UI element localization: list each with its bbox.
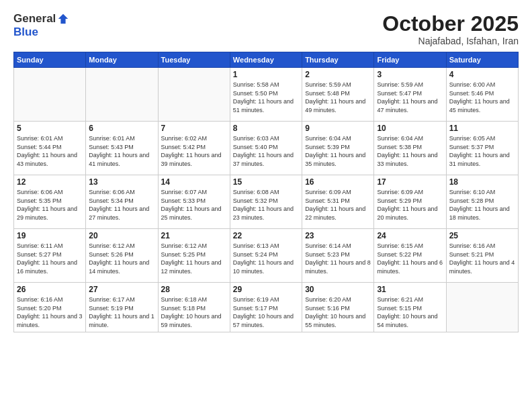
day-info: Sunrise: 6:17 AM Sunset: 5:19 PM Dayligh… bbox=[89, 295, 154, 329]
day-info: Sunrise: 6:04 AM Sunset: 5:38 PM Dayligh… bbox=[377, 134, 443, 168]
day-number: 2 bbox=[305, 70, 371, 79]
day-info: Sunrise: 6:15 AM Sunset: 5:22 PM Dayligh… bbox=[377, 242, 443, 275]
day-number: 24 bbox=[377, 231, 443, 240]
day-info: Sunrise: 6:09 AM Sunset: 5:29 PM Dayligh… bbox=[377, 188, 443, 222]
day-number: 14 bbox=[161, 177, 227, 187]
header-friday: Friday bbox=[374, 52, 446, 68]
day-info: Sunrise: 6:13 AM Sunset: 5:24 PM Dayligh… bbox=[233, 242, 299, 275]
table-row: 20Sunrise: 6:12 AM Sunset: 5:26 PM Dayli… bbox=[86, 229, 158, 283]
table-row: 11Sunrise: 6:05 AM Sunset: 5:37 PM Dayli… bbox=[446, 122, 518, 175]
day-info: Sunrise: 6:02 AM Sunset: 5:42 PM Dayligh… bbox=[161, 134, 227, 168]
table-row: 28Sunrise: 6:18 AM Sunset: 5:18 PM Dayli… bbox=[158, 283, 230, 332]
logo-blue-text: Blue bbox=[13, 26, 38, 39]
header-thursday: Thursday bbox=[302, 52, 374, 68]
day-number: 3 bbox=[377, 70, 443, 79]
table-row: 14Sunrise: 6:07 AM Sunset: 5:33 PM Dayli… bbox=[158, 175, 230, 229]
day-number: 26 bbox=[17, 285, 83, 294]
location-subtitle: Najafabad, Isfahan, Iran bbox=[382, 36, 519, 46]
day-number: 1 bbox=[233, 70, 299, 79]
day-number: 8 bbox=[233, 124, 299, 133]
day-info: Sunrise: 6:00 AM Sunset: 5:46 PM Dayligh… bbox=[449, 81, 515, 114]
table-row: 30Sunrise: 6:20 AM Sunset: 5:16 PM Dayli… bbox=[302, 283, 374, 332]
table-row: 24Sunrise: 6:15 AM Sunset: 5:22 PM Dayli… bbox=[374, 229, 446, 283]
day-number: 18 bbox=[449, 177, 515, 187]
day-info: Sunrise: 6:18 AM Sunset: 5:18 PM Dayligh… bbox=[161, 295, 227, 329]
day-number: 20 bbox=[89, 231, 154, 240]
day-number: 7 bbox=[161, 124, 227, 133]
table-row: 8Sunrise: 6:03 AM Sunset: 5:40 PM Daylig… bbox=[230, 122, 302, 175]
table-row: 25Sunrise: 6:16 AM Sunset: 5:21 PM Dayli… bbox=[446, 229, 518, 283]
day-info: Sunrise: 6:14 AM Sunset: 5:23 PM Dayligh… bbox=[305, 242, 371, 275]
day-info: Sunrise: 6:12 AM Sunset: 5:25 PM Dayligh… bbox=[161, 242, 227, 275]
table-row: 19Sunrise: 6:11 AM Sunset: 5:27 PM Dayli… bbox=[14, 229, 86, 283]
day-number: 31 bbox=[377, 285, 443, 294]
day-number: 11 bbox=[449, 124, 515, 133]
month-title: October 2025 bbox=[382, 12, 519, 36]
day-info: Sunrise: 6:12 AM Sunset: 5:26 PM Dayligh… bbox=[89, 242, 154, 275]
header-saturday: Saturday bbox=[446, 52, 518, 68]
table-row: 27Sunrise: 6:17 AM Sunset: 5:19 PM Dayli… bbox=[86, 283, 158, 332]
table-row: 7Sunrise: 6:02 AM Sunset: 5:42 PM Daylig… bbox=[158, 122, 230, 175]
day-info: Sunrise: 6:16 AM Sunset: 5:21 PM Dayligh… bbox=[449, 242, 515, 275]
day-info: Sunrise: 6:07 AM Sunset: 5:33 PM Dayligh… bbox=[161, 188, 227, 222]
table-row: 22Sunrise: 6:13 AM Sunset: 5:24 PM Dayli… bbox=[230, 229, 302, 283]
header-wednesday: Wednesday bbox=[230, 52, 302, 68]
day-info: Sunrise: 5:58 AM Sunset: 5:50 PM Dayligh… bbox=[233, 81, 299, 114]
logo-icon bbox=[57, 13, 69, 25]
day-info: Sunrise: 6:01 AM Sunset: 5:43 PM Dayligh… bbox=[89, 134, 154, 168]
day-info: Sunrise: 6:19 AM Sunset: 5:17 PM Dayligh… bbox=[233, 295, 299, 329]
table-row: 15Sunrise: 6:08 AM Sunset: 5:32 PM Dayli… bbox=[230, 175, 302, 229]
table-row: 18Sunrise: 6:10 AM Sunset: 5:28 PM Dayli… bbox=[446, 175, 518, 229]
day-info: Sunrise: 6:21 AM Sunset: 5:15 PM Dayligh… bbox=[377, 295, 443, 329]
day-info: Sunrise: 6:08 AM Sunset: 5:32 PM Dayligh… bbox=[233, 188, 299, 222]
day-number: 23 bbox=[305, 231, 371, 240]
day-number: 22 bbox=[233, 231, 299, 240]
calendar-table: Sunday Monday Tuesday Wednesday Thursday… bbox=[13, 52, 519, 332]
day-number: 13 bbox=[89, 177, 154, 187]
day-info: Sunrise: 6:03 AM Sunset: 5:40 PM Dayligh… bbox=[233, 134, 299, 168]
day-number: 6 bbox=[89, 124, 154, 133]
day-number: 21 bbox=[161, 231, 227, 240]
day-number: 16 bbox=[305, 177, 371, 187]
weekday-header-row: Sunday Monday Tuesday Wednesday Thursday… bbox=[14, 52, 519, 68]
header-tuesday: Tuesday bbox=[158, 52, 230, 68]
day-number: 12 bbox=[17, 177, 83, 187]
header-monday: Monday bbox=[86, 52, 158, 68]
day-info: Sunrise: 6:04 AM Sunset: 5:39 PM Dayligh… bbox=[305, 134, 371, 168]
table-row: 12Sunrise: 6:06 AM Sunset: 5:35 PM Dayli… bbox=[14, 175, 86, 229]
table-row bbox=[86, 68, 158, 122]
day-info: Sunrise: 6:16 AM Sunset: 5:20 PM Dayligh… bbox=[17, 295, 83, 329]
day-number: 15 bbox=[233, 177, 299, 187]
calendar-week-row: 5Sunrise: 6:01 AM Sunset: 5:44 PM Daylig… bbox=[14, 122, 519, 175]
logo-general-text: General bbox=[13, 12, 56, 26]
day-info: Sunrise: 6:09 AM Sunset: 5:31 PM Dayligh… bbox=[305, 188, 371, 222]
day-info: Sunrise: 5:59 AM Sunset: 5:47 PM Dayligh… bbox=[377, 81, 443, 114]
header-sunday: Sunday bbox=[14, 52, 86, 68]
day-number: 9 bbox=[305, 124, 371, 133]
calendar-week-row: 26Sunrise: 6:16 AM Sunset: 5:20 PM Dayli… bbox=[14, 283, 519, 332]
table-row bbox=[446, 283, 518, 332]
table-row: 5Sunrise: 6:01 AM Sunset: 5:44 PM Daylig… bbox=[14, 122, 86, 175]
table-row bbox=[158, 68, 230, 122]
table-row: 21Sunrise: 6:12 AM Sunset: 5:25 PM Dayli… bbox=[158, 229, 230, 283]
table-row: 16Sunrise: 6:09 AM Sunset: 5:31 PM Dayli… bbox=[302, 175, 374, 229]
day-number: 19 bbox=[17, 231, 83, 240]
day-number: 25 bbox=[449, 231, 515, 240]
calendar-week-row: 12Sunrise: 6:06 AM Sunset: 5:35 PM Dayli… bbox=[14, 175, 519, 229]
day-info: Sunrise: 6:11 AM Sunset: 5:27 PM Dayligh… bbox=[17, 242, 83, 275]
table-row: 3Sunrise: 5:59 AM Sunset: 5:47 PM Daylig… bbox=[374, 68, 446, 122]
day-number: 29 bbox=[233, 285, 299, 294]
table-row: 31Sunrise: 6:21 AM Sunset: 5:15 PM Dayli… bbox=[374, 283, 446, 332]
calendar-week-row: 1Sunrise: 5:58 AM Sunset: 5:50 PM Daylig… bbox=[14, 68, 519, 122]
day-number: 27 bbox=[89, 285, 154, 294]
table-row: 9Sunrise: 6:04 AM Sunset: 5:39 PM Daylig… bbox=[302, 122, 374, 175]
day-info: Sunrise: 5:59 AM Sunset: 5:48 PM Dayligh… bbox=[305, 81, 371, 114]
day-number: 28 bbox=[161, 285, 227, 294]
day-info: Sunrise: 6:06 AM Sunset: 5:35 PM Dayligh… bbox=[17, 188, 83, 222]
table-row: 23Sunrise: 6:14 AM Sunset: 5:23 PM Dayli… bbox=[302, 229, 374, 283]
page: General Blue October 2025 Najafabad, Isf… bbox=[0, 0, 532, 411]
day-info: Sunrise: 6:10 AM Sunset: 5:28 PM Dayligh… bbox=[449, 188, 515, 222]
table-row bbox=[14, 68, 86, 122]
day-number: 17 bbox=[377, 177, 443, 187]
day-number: 4 bbox=[449, 70, 515, 79]
